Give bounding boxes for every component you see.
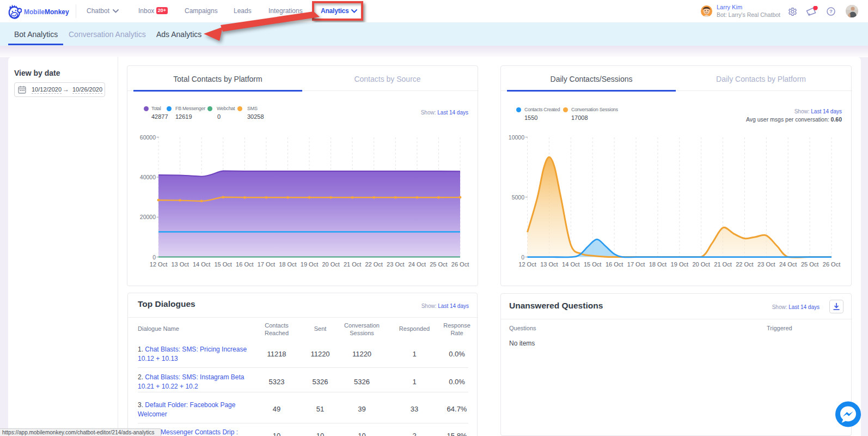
- svg-text:23 Oct: 23 Oct: [387, 261, 404, 268]
- svg-text:15 Oct: 15 Oct: [214, 261, 231, 268]
- svg-text:13 Oct: 13 Oct: [171, 261, 188, 268]
- svg-text:14 Oct: 14 Oct: [193, 261, 210, 268]
- svg-text:14 Oct: 14 Oct: [562, 261, 579, 268]
- svg-text:10000: 10000: [509, 134, 524, 141]
- svg-text:20 Oct: 20 Oct: [322, 261, 339, 268]
- svg-text:19 Oct: 19 Oct: [301, 261, 318, 268]
- svg-text:17 Oct: 17 Oct: [627, 261, 645, 268]
- svg-text:40000: 40000: [140, 174, 156, 180]
- svg-text:0: 0: [152, 254, 156, 261]
- svg-text:17 Oct: 17 Oct: [258, 261, 275, 268]
- svg-text:24 Oct: 24 Oct: [779, 261, 797, 268]
- svg-text:21 Oct: 21 Oct: [344, 261, 361, 268]
- svg-text:18 Oct: 18 Oct: [279, 261, 296, 268]
- svg-text:20000: 20000: [140, 214, 156, 220]
- svg-text:0: 0: [521, 254, 524, 261]
- svg-text:21 Oct: 21 Oct: [714, 261, 731, 268]
- svg-text:60000: 60000: [140, 134, 156, 141]
- svg-text:22 Oct: 22 Oct: [365, 261, 382, 268]
- svg-text:12 Oct: 12 Oct: [150, 261, 167, 268]
- svg-text:20 Oct: 20 Oct: [692, 261, 710, 268]
- svg-text:26 Oct: 26 Oct: [823, 261, 840, 268]
- svg-text:25 Oct: 25 Oct: [801, 261, 818, 268]
- svg-text:15 Oct: 15 Oct: [584, 261, 601, 268]
- svg-text:25 Oct: 25 Oct: [430, 261, 447, 268]
- svg-text:5000: 5000: [512, 194, 525, 201]
- svg-text:26 Oct: 26 Oct: [451, 261, 469, 268]
- svg-text:24 Oct: 24 Oct: [408, 261, 426, 268]
- svg-text:19 Oct: 19 Oct: [671, 261, 688, 268]
- svg-text:16 Oct: 16 Oct: [606, 261, 623, 268]
- svg-text:13 Oct: 13 Oct: [540, 261, 558, 268]
- svg-text:18 Oct: 18 Oct: [649, 261, 667, 268]
- svg-text:16 Oct: 16 Oct: [236, 261, 253, 268]
- svg-text:12 Oct: 12 Oct: [518, 261, 536, 268]
- svg-text:22 Oct: 22 Oct: [736, 261, 753, 268]
- svg-text:?: ?: [829, 8, 833, 14]
- svg-text:23 Oct: 23 Oct: [757, 261, 775, 268]
